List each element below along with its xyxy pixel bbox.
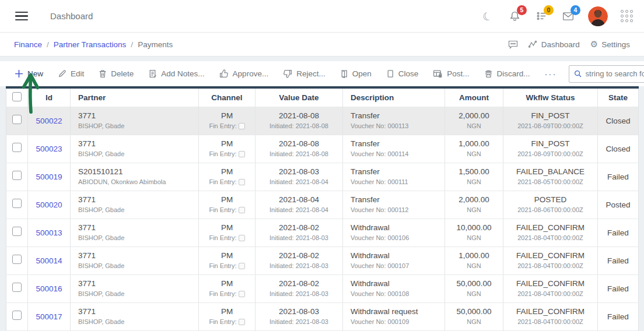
value-date: 2021-08-03 [259,167,339,177]
row-checkbox[interactable] [12,255,22,264]
post-button-label: Post... [447,69,469,78]
col-wkflw-status[interactable]: Wkflw Status [503,87,598,107]
add-notes-button[interactable]: Add Notes... [148,69,204,78]
table-row[interactable]: 500014 3771 BISHOP, Gbade PM Fin Entry: … [6,247,639,274]
state-value: Failed [607,256,629,265]
section-divider [0,57,644,61]
col-id[interactable]: Id [28,87,71,107]
table-row[interactable]: 500016 3771 BISHOP, Gbade PM Fin Entry: … [6,274,639,302]
col-channel[interactable]: Channel [199,87,256,107]
id-link[interactable]: 500023 [36,145,62,153]
hamburger-menu-icon[interactable] [15,12,28,21]
row-checkbox[interactable] [12,171,22,180]
col-partner[interactable]: Partner [71,87,199,107]
fin-entry-checkbox[interactable] [239,291,245,297]
discard-button[interactable]: Discard... [484,69,530,78]
settings-link[interactable]: ⚙ Settings [590,39,630,50]
id-link[interactable]: 500017 [36,312,62,321]
wkflw-timestamp: 2021-08-06T00:00:00Z [507,206,594,214]
edit-button[interactable]: Edit [58,69,84,78]
state-cell: Failed [598,274,639,302]
partner-code: 3771 [78,251,195,261]
delete-button[interactable]: Delete [99,69,134,78]
row-checkbox[interactable] [12,311,22,320]
channel-cell: PM Fin Entry: [199,247,256,274]
row-checkbox[interactable] [12,143,22,152]
reject-button[interactable]: Reject... [283,69,326,78]
id-link[interactable]: 500013 [36,228,62,237]
select-all-cell [6,87,28,107]
open-button[interactable]: Open [340,69,372,78]
messages-button[interactable]: 4 [561,9,575,23]
state-cell: Failed [598,163,639,191]
id-link[interactable]: 500014 [36,256,62,265]
table-row[interactable]: 500022 3771 BISHOP, Gbade PM Fin Entry: … [6,107,639,135]
post-button[interactable]: Post... [433,69,469,78]
breadcrumb-partner-transactions[interactable]: Partner Transactions [54,40,127,49]
apps-grid-icon[interactable] [621,10,634,23]
row-select-cell [6,274,28,302]
currency-code: NGN [449,318,499,326]
partner-code: 3771 [78,307,195,317]
table-row[interactable]: 500023 3771 BISHOP, Gbade PM Fin Entry: … [6,135,639,163]
approve-button[interactable]: Approve... [219,69,269,78]
notifications-button[interactable]: 5 [508,9,522,23]
row-checkbox[interactable] [12,199,22,208]
row-checkbox[interactable] [12,227,22,236]
partner-name: BISHOP, Gbade [78,122,195,131]
breadcrumb-finance[interactable]: Finance [14,40,42,49]
value-date: 2021-08-08 [259,111,339,121]
new-button[interactable]: New [15,69,43,78]
channel-value: PM [202,111,251,121]
dashboard-link-label: Dashboard [541,40,580,49]
wkflw-timestamp: 2021-08-05T00:00:00Z [507,178,594,186]
select-all-checkbox[interactable] [12,92,22,101]
id-link[interactable]: 500019 [36,172,62,181]
description-cell: Transfer Voucher No: 000111 [343,163,445,191]
col-amount[interactable]: Amount [445,87,503,107]
fin-entry-checkbox[interactable] [239,235,245,241]
more-options-button[interactable]: ··· [545,69,557,79]
id-link[interactable]: 500016 [36,284,62,293]
fin-entry-checkbox[interactable] [239,123,245,129]
table-zone: Id Partner Channel Value Date Descriptio… [0,86,644,331]
table-row[interactable]: 500017 3771 BISHOP, Gbade PM Fin Entry: … [6,302,639,330]
state-value: Closed [606,145,630,153]
search-icon [574,69,582,78]
table-row[interactable]: 500020 3771 BISHOP, Gbade PM Fin Entry: … [6,191,639,219]
col-value-date[interactable]: Value Date [256,87,343,107]
search-input[interactable] [586,69,644,78]
moon-icon: ☾ [481,8,494,23]
user-avatar[interactable] [588,6,608,26]
feedback-button[interactable] [508,40,518,49]
close-button[interactable]: Close [386,69,419,78]
fin-entry-checkbox[interactable] [239,319,245,325]
table-row[interactable]: 500013 3771 BISHOP, Gbade PM Fin Entry: … [6,219,639,247]
fin-entry-checkbox[interactable] [239,263,245,269]
fin-entry-checkbox[interactable] [239,151,245,157]
edit-button-label: Edit [71,69,84,78]
initiated-date: Initiated: 2021-08-03 [259,318,339,326]
dashboard-link[interactable]: Dashboard [528,40,580,49]
id-link[interactable]: 500022 [36,117,62,125]
discard-button-label: Discard... [497,69,530,78]
channel-value: PM [202,167,251,177]
state-cell: Failed [598,219,639,247]
dark-mode-toggle[interactable]: ☾ [481,9,495,23]
wkflw-status: FIN_POST [507,111,594,121]
fin-entry-checkbox[interactable] [239,179,245,185]
initiated-date: Initiated: 2021-08-08 [259,122,339,131]
row-checkbox[interactable] [12,115,22,124]
fin-entry-checkbox[interactable] [239,207,245,213]
col-state[interactable]: State [598,87,639,107]
initiated-date: Initiated: 2021-08-03 [259,290,339,298]
amount-cell: 1,000.00 NGN [445,135,503,163]
currency-code: NGN [449,206,499,214]
value-date-cell: 2021-08-08 Initiated: 2021-08-08 [256,107,343,135]
table-row[interactable]: 500019 S201510121 ABIODUN, Okonkwo Abimb… [6,163,639,191]
tasks-button[interactable]: 0 [534,9,548,23]
id-link[interactable]: 500020 [36,200,62,209]
amount-cell: 2,000.00 NGN [445,191,503,219]
col-description[interactable]: Description [343,87,445,107]
row-checkbox[interactable] [12,283,22,292]
